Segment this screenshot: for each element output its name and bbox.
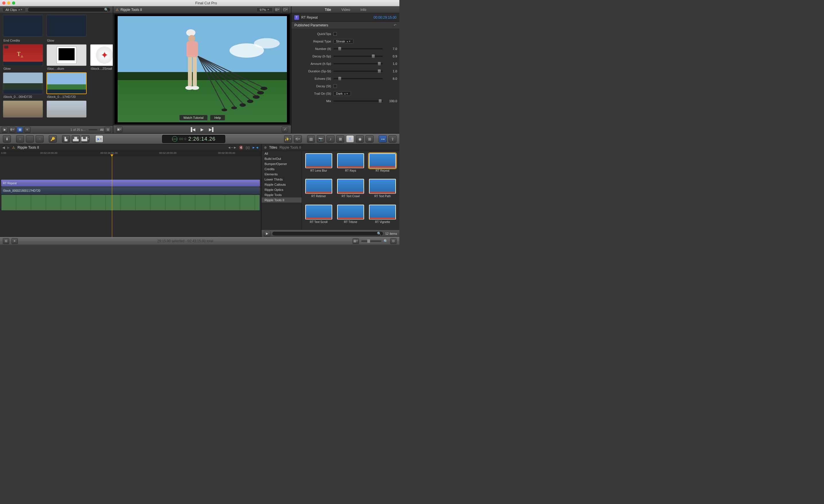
clip-appearance-button[interactable]: ▤▼ [352, 238, 359, 244]
param-checkbox[interactable] [333, 84, 337, 88]
timeline-ruler[interactable]: 0.0000:02:24:00.0000:02:26:00.0000:02:28… [0, 151, 261, 156]
fit-timeline-button[interactable]: ⊡ [390, 238, 397, 244]
clip-thumbnail[interactable] [3, 15, 43, 37]
clip-thumbnail[interactable]: T⚠ [3, 44, 43, 66]
audio-skimming-toggle[interactable]: 🔇 [239, 145, 243, 149]
timecode-display[interactable]: 100 00:02:26:14.26 [162, 135, 225, 143]
category-item[interactable]: Build In/Out [262, 156, 302, 161]
effect-item[interactable]: RT Retimer [304, 179, 333, 201]
param-slider[interactable] [333, 63, 383, 64]
clip-thumbnail[interactable] [46, 15, 87, 37]
category-item[interactable]: Ripple Callouts [262, 182, 302, 187]
effect-grid[interactable]: RT Lens BlurRT RaysRT RepeatRT RetimerRT… [302, 151, 399, 230]
preview-toggle-button[interactable]: ▶ [264, 231, 270, 236]
timeline-video-clip-header[interactable]: iStock_000021800117HD720 [1, 187, 260, 194]
history-forward-button[interactable]: ▶ [7, 145, 10, 149]
watch-tutorial-button[interactable]: Watch Tutorial [179, 115, 208, 120]
favorite-button[interactable]: ★ [16, 135, 24, 143]
import-button[interactable]: ▶ [2, 127, 8, 132]
connect-clip-button[interactable]: ▙ [62, 135, 70, 143]
effect-thumbnail[interactable] [369, 179, 396, 194]
zoom-out-icon[interactable]: 🔍 [384, 239, 388, 243]
zoom-popup[interactable]: 97%▼ [256, 7, 273, 12]
effects-browser-button[interactable]: ▧ [307, 135, 315, 143]
slider-thumb[interactable] [378, 62, 381, 66]
reject-button[interactable]: ☆ [26, 135, 34, 143]
timeline-index-button[interactable]: ≡ [11, 238, 18, 244]
tab-title[interactable]: Title [323, 7, 333, 13]
browser-clips-grid[interactable]: End Credits Glow T⚠ Glow iStoc…dium [0, 13, 113, 126]
param-dropdown[interactable]: Dark ▲▼ [333, 91, 351, 96]
timeline-title-clip[interactable]: RT Repeat [1, 180, 260, 187]
category-item[interactable]: Bumper/Opener [262, 161, 302, 167]
timeline-tracks[interactable]: RT Repeat iStock_000021800117HD720 [0, 156, 261, 237]
browser-search-input[interactable]: 🔍 [27, 7, 110, 12]
fullscreen-button[interactable]: ⤢ [282, 126, 288, 132]
viewer-display-button[interactable]: ▢▼ [282, 7, 289, 13]
category-item[interactable]: Ripple Optics [262, 187, 302, 192]
param-slider[interactable] [333, 56, 383, 57]
clip-thumbnail[interactable] [46, 44, 87, 66]
retime-menu-button[interactable]: ⟲▼ [294, 135, 302, 143]
slider-thumb[interactable] [338, 77, 341, 80]
themes-browser-button[interactable]: ⊞ [366, 135, 374, 143]
history-back-button[interactable]: ◀ [2, 145, 5, 149]
play-button[interactable]: ▶ [201, 127, 204, 132]
effect-item[interactable]: RT Lens Blur [304, 153, 333, 176]
generators-browser-button[interactable]: ◉ [356, 135, 364, 143]
solo-toggle[interactable]: (s) [245, 145, 249, 149]
clip-thumbnail[interactable] [46, 72, 87, 94]
next-edit-button[interactable]: ▶▌ [209, 127, 215, 132]
list-view-button[interactable]: ≡ [24, 127, 30, 132]
clip-thumbnail[interactable] [3, 100, 43, 118]
param-dropdown[interactable]: Streak ▲▼ [333, 39, 353, 43]
slider-thumb[interactable] [372, 55, 375, 58]
minimize-window-icon[interactable] [7, 1, 10, 5]
gear-menu-button[interactable]: ⚙▼ [9, 127, 15, 132]
effect-item[interactable]: RT Text Scroll [304, 205, 333, 227]
category-item[interactable]: Lower Thirds [262, 177, 302, 182]
skimming-toggle[interactable]: ◄─► [227, 145, 237, 149]
effect-item[interactable]: RT Vignette [368, 205, 397, 227]
effect-thumbnail[interactable] [337, 205, 364, 220]
effects-search-input[interactable]: 🔍 [272, 231, 383, 236]
effect-item[interactable]: RT Text Crawl [336, 179, 365, 201]
timeline-video-filmstrip[interactable] [1, 195, 260, 211]
effect-thumbnail[interactable] [337, 179, 364, 194]
param-slider[interactable] [333, 71, 383, 72]
effect-thumbnail[interactable] [305, 153, 332, 168]
param-slider[interactable] [333, 78, 383, 79]
snapping-toggle[interactable]: ►◄ [252, 145, 259, 149]
music-browser-button[interactable]: ♪ [326, 135, 334, 143]
slider-thumb[interactable] [379, 99, 382, 103]
transform-menu-button[interactable]: ▣▼ [116, 126, 122, 132]
category-list[interactable]: AllBuild In/OutBumper/OpenerCreditsEleme… [262, 151, 302, 230]
effect-item[interactable]: RT Tritone [336, 205, 365, 227]
effect-thumbnail[interactable] [369, 205, 396, 220]
enhance-menu-button[interactable]: ✨▼ [284, 135, 292, 143]
prev-edit-button[interactable]: ▐◀ [189, 127, 195, 132]
effect-item[interactable]: RT Text Path [368, 179, 397, 201]
insert-clip-button[interactable]: ▟▙ [72, 135, 80, 143]
effect-thumbnail[interactable] [305, 179, 332, 194]
select-tool-button[interactable]: ➤▼ [95, 135, 103, 143]
effect-item[interactable]: RT Rays [336, 153, 365, 176]
photos-browser-button[interactable]: 📷 [317, 135, 325, 143]
transitions-browser-button[interactable]: ⊠ [336, 135, 344, 143]
effect-thumbnail[interactable] [369, 153, 396, 168]
share-button[interactable]: ⇪ [389, 135, 397, 143]
tab-video[interactable]: Video [340, 7, 352, 13]
clip-thumbnail[interactable]: ✦ [90, 44, 113, 66]
close-window-icon[interactable] [2, 1, 5, 5]
clip-thumbnail[interactable] [3, 72, 43, 94]
category-item[interactable]: All [262, 151, 302, 156]
import-media-button[interactable]: ⬇ [3, 135, 11, 143]
zoom-window-icon[interactable] [12, 1, 15, 5]
slider-thumb[interactable] [338, 47, 341, 51]
titles-browser-button[interactable]: T [346, 135, 354, 143]
append-clip-button[interactable]: ▙▟▼ [82, 135, 90, 143]
effect-thumbnail[interactable] [337, 153, 364, 168]
viewer-settings-button[interactable]: ⊟▼ [274, 7, 281, 13]
zoom-slider[interactable] [361, 240, 381, 242]
close-icon[interactable]: ⊗ [264, 145, 267, 149]
